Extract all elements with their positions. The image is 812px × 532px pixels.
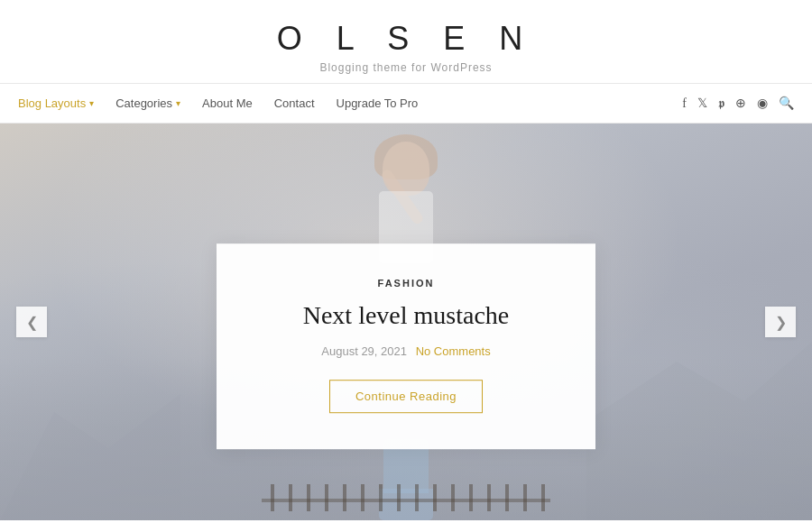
fence-vertical-bar bbox=[469, 484, 473, 511]
site-title: O L S E N bbox=[0, 20, 812, 58]
fence-vertical-bar bbox=[289, 484, 292, 511]
card-category: Fashion bbox=[262, 278, 550, 289]
chevron-down-icon: ▾ bbox=[176, 98, 180, 108]
card-date: August 29, 2021 bbox=[321, 345, 407, 359]
fence-vertical-bar bbox=[451, 484, 455, 511]
fence-vertical-bar bbox=[487, 484, 491, 511]
fence-vertical-bar bbox=[505, 484, 509, 511]
main-nav: Blog Layouts ▾ Categories ▾ About Me Con… bbox=[0, 84, 812, 124]
fence-vertical-bar bbox=[415, 484, 419, 511]
fence-vertical-bar bbox=[307, 484, 310, 511]
chevron-right-icon: ❯ bbox=[775, 314, 787, 331]
nav-item-categories[interactable]: Categories ▾ bbox=[115, 96, 180, 110]
nav-item-upgrade[interactable]: Upgrade To Pro bbox=[337, 96, 419, 110]
fence-vertical-bar bbox=[271, 484, 274, 511]
fence-vertical-bar bbox=[433, 484, 437, 511]
card-comments[interactable]: No Comments bbox=[416, 345, 491, 359]
slider-prev-button[interactable]: ❮ bbox=[16, 307, 47, 337]
fence-vertical-bar bbox=[361, 484, 364, 511]
fence-vertical-bar bbox=[343, 484, 346, 511]
card-meta: August 29, 2021 No Comments bbox=[262, 345, 550, 359]
site-header: O L S E N Blogging theme for WordPress bbox=[0, 0, 812, 84]
nav-right: f 𝕏 𝖕 ⊕ ◉ 🔍 bbox=[682, 96, 794, 111]
nav-item-contact[interactable]: Contact bbox=[274, 96, 315, 110]
nav-item-blog-layouts[interactable]: Blog Layouts ▾ bbox=[18, 96, 94, 110]
nav-left: Blog Layouts ▾ Categories ▾ About Me Con… bbox=[18, 96, 418, 110]
site-tagline: Blogging theme for WordPress bbox=[0, 61, 812, 74]
fence-vertical-bar bbox=[541, 484, 545, 511]
slider-card: Fashion Next level mustache August 29, 2… bbox=[217, 243, 595, 449]
fence bbox=[262, 484, 550, 511]
slider-next-button[interactable]: ❯ bbox=[765, 307, 796, 337]
continue-reading-button[interactable]: Continue Reading bbox=[329, 381, 483, 414]
globe-icon[interactable]: ⊕ bbox=[735, 96, 746, 111]
chevron-left-icon: ❮ bbox=[26, 314, 38, 331]
pinterest-icon[interactable]: 𝖕 bbox=[718, 96, 724, 111]
nav-item-about-me[interactable]: About Me bbox=[202, 96, 253, 110]
fence-vertical-bar bbox=[523, 484, 527, 511]
hero-slider: Fashion Next level mustache August 29, 2… bbox=[0, 124, 812, 520]
twitter-icon[interactable]: 𝕏 bbox=[697, 96, 707, 111]
chevron-down-icon: ▾ bbox=[89, 98, 94, 108]
fence-vertical-bar bbox=[397, 484, 401, 511]
fence-vertical-bar bbox=[379, 484, 383, 511]
search-icon[interactable]: 🔍 bbox=[779, 96, 794, 111]
facebook-icon[interactable]: f bbox=[682, 96, 687, 111]
rss-icon[interactable]: ◉ bbox=[757, 96, 768, 111]
card-title: Next level mustache bbox=[262, 299, 550, 332]
fence-vertical-bar bbox=[325, 484, 328, 511]
